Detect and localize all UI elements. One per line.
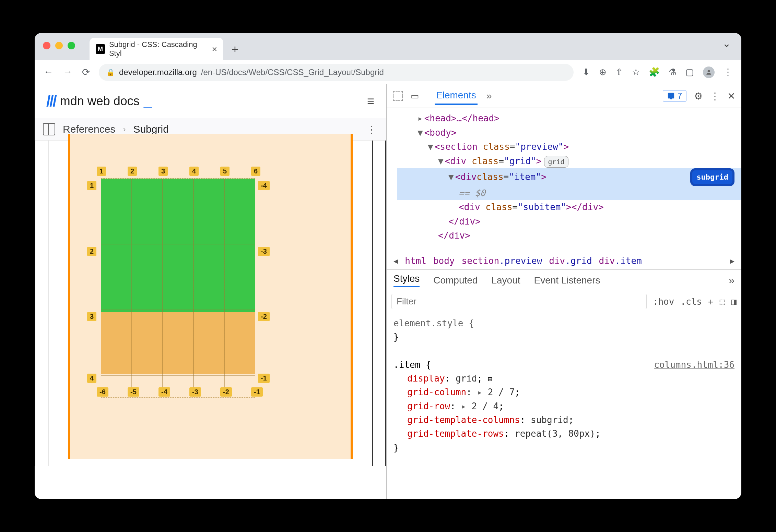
- dom-grid: ▼<div class="grid">grid: [397, 154, 741, 169]
- browser-window: M Subgrid - CSS: Cascading Styl × + ← → …: [35, 33, 741, 499]
- device-toggle-icon[interactable]: ▭: [411, 91, 419, 101]
- tab-strip-area: M Subgrid - CSS: Cascading Styl × +: [35, 33, 741, 60]
- more-subtabs-icon[interactable]: »: [729, 275, 734, 286]
- grid-label-top-3: 3: [158, 167, 168, 176]
- zoom-icon[interactable]: ⊕: [599, 67, 607, 77]
- devtools-tabs: ▭ Elements » 7 ⚙ ⋮ ✕: [387, 84, 741, 108]
- cursor-underscore: _: [144, 93, 152, 110]
- reload-icon[interactable]: ⟳: [82, 66, 90, 78]
- elements-tab[interactable]: Elements: [435, 87, 478, 105]
- mdn-page: /// mdn web docs _ ≡ References › Subgri…: [35, 84, 386, 499]
- path-right-icon[interactable]: ▶: [730, 257, 734, 265]
- styles-body[interactable]: element.style { } .item { columns.html:3…: [387, 312, 741, 499]
- forward-icon[interactable]: →: [63, 66, 72, 78]
- nav-buttons: ← → ⟳: [44, 66, 90, 78]
- traffic-lights: [43, 42, 75, 49]
- dom-selected-marker: == $0: [397, 186, 741, 201]
- hamburger-icon[interactable]: ≡: [367, 94, 374, 108]
- dom-item-selected: ▼<div class="item"> subgrid: [397, 168, 741, 186]
- subgrid-badge[interactable]: subgrid: [690, 168, 734, 186]
- content-area: /// mdn web docs _ ≡ References › Subgri…: [35, 84, 741, 499]
- share-icon[interactable]: ⇧: [615, 67, 623, 77]
- prop-grid-column: grid-column: ▸ 2 / 7;: [393, 385, 734, 399]
- close-devtools-icon[interactable]: ✕: [727, 90, 735, 102]
- tab-title: Subgrid - CSS: Cascading Styl: [109, 40, 208, 58]
- path-left-icon[interactable]: ◀: [393, 257, 398, 265]
- tab-strip: M Subgrid - CSS: Cascading Styl × +: [90, 38, 243, 60]
- grid-label-bottom-4: -3: [189, 387, 201, 397]
- address-bar: ← → ⟳ 🔒 developer.mozilla.org/en-US/docs…: [35, 60, 741, 84]
- breadcrumb-current: Subgrid: [133, 123, 168, 135]
- grid-label-right-2: -3: [258, 247, 270, 256]
- inspect-icon[interactable]: [393, 91, 403, 101]
- grid-label-left-1: 1: [87, 181, 96, 190]
- breadcrumb-separator-icon: ›: [123, 124, 126, 134]
- extensions-icon[interactable]: 🧩: [649, 67, 660, 77]
- tab-list-chevron-icon[interactable]: [723, 42, 730, 51]
- mdn-header: /// mdn web docs _ ≡: [35, 84, 386, 118]
- layout-tab[interactable]: Layout: [491, 275, 520, 286]
- preview-area: 1 2 3 4 5 6 1 2 3 4 -4 -3 -2: [35, 141, 386, 499]
- element-style-open: element.style {: [393, 316, 734, 330]
- bookmark-icon[interactable]: ☆: [632, 67, 640, 77]
- grid-preview: 1 2 3 4 5 6 1 2 3 4 -4 -3 -2: [68, 134, 353, 459]
- flex-icon[interactable]: ⬚: [720, 297, 725, 307]
- sidebar-icon[interactable]: ◨: [731, 297, 737, 307]
- grid-label-bottom-6: -1: [251, 387, 263, 397]
- minimize-window[interactable]: [55, 42, 63, 49]
- prop-grid-row: grid-row: ▸ 2 / 4;: [393, 399, 734, 413]
- filter-row: :hov .cls + ⬚ ◨: [387, 291, 741, 312]
- url-input[interactable]: 🔒 developer.mozilla.org/en-US/docs/Web/C…: [99, 64, 574, 81]
- grid-label-top-5: 5: [220, 167, 230, 176]
- back-icon[interactable]: ←: [44, 66, 53, 78]
- styles-tab[interactable]: Styles: [393, 273, 420, 287]
- dom-head: ▸<head>…</head>: [397, 111, 741, 126]
- settings-icon[interactable]: ⚙: [694, 90, 703, 102]
- maximize-window[interactable]: [68, 42, 75, 49]
- breadcrumb-references[interactable]: References: [63, 123, 115, 135]
- dom-subitem: <div class="subitem"></div>: [397, 200, 741, 215]
- computed-tab[interactable]: Computed: [433, 275, 478, 286]
- logo-text: mdn web docs: [60, 94, 140, 108]
- listeners-tab[interactable]: Event Listeners: [534, 275, 600, 286]
- close-tab-icon[interactable]: ×: [212, 44, 217, 55]
- dom-tree[interactable]: ▸<head>…</head> ▼<body> ▼<section class=…: [387, 108, 741, 252]
- item-rule-close: }: [393, 441, 734, 455]
- menu-icon[interactable]: ⋮: [724, 67, 732, 77]
- prop-display: display: grid;: [393, 372, 734, 385]
- grid-badge[interactable]: grid: [544, 156, 568, 168]
- labs-icon[interactable]: ⚗: [669, 67, 677, 77]
- dom-grid-close: </div>: [397, 229, 741, 243]
- grid-label-right-1: -4: [258, 181, 270, 190]
- element-style-close: }: [393, 330, 734, 344]
- more-tabs-icon[interactable]: »: [485, 88, 493, 104]
- prop-gtr: grid-template-rows: repeat(3, 80px);: [393, 427, 734, 440]
- grid-editor-icon[interactable]: [488, 373, 492, 384]
- issues-badge[interactable]: 7: [663, 90, 686, 102]
- browser-tab[interactable]: M Subgrid - CSS: Cascading Styl ×: [90, 38, 223, 60]
- hov-toggle[interactable]: :hov: [653, 297, 674, 307]
- profile-avatar[interactable]: [703, 66, 715, 78]
- cls-toggle[interactable]: .cls: [680, 297, 702, 307]
- item-box: [101, 312, 255, 374]
- close-window[interactable]: [43, 42, 50, 49]
- svg-point-0: [708, 70, 710, 72]
- install-icon[interactable]: ⬇: [583, 67, 590, 77]
- sidepanel-icon[interactable]: ▢: [685, 67, 694, 77]
- page-actions-icon[interactable]: ⋮: [366, 123, 378, 135]
- grid-label-right-3: -2: [258, 312, 270, 321]
- dom-path[interactable]: ◀ html body section.preview div.grid div…: [387, 252, 741, 270]
- new-tab-button[interactable]: +: [227, 40, 243, 58]
- styles-filter-input[interactable]: [391, 294, 647, 309]
- mdn-logo[interactable]: /// mdn web docs _: [46, 93, 152, 110]
- issues-count: 7: [678, 91, 682, 101]
- grid-label-top-1: 1: [97, 167, 106, 176]
- source-link[interactable]: columns.html:36: [654, 358, 734, 372]
- devtools-menu-icon[interactable]: ⋮: [710, 90, 720, 102]
- devtools-panel: ▭ Elements » 7 ⚙ ⋮ ✕ ▸<head>…</head> ▼<b…: [386, 84, 741, 499]
- dom-item-close: </div>: [397, 215, 741, 229]
- mdn-glyph-icon: ///: [46, 93, 56, 110]
- new-rule-icon[interactable]: +: [708, 297, 714, 307]
- sidebar-toggle-icon[interactable]: [43, 123, 55, 135]
- grid-label-left-2: 2: [87, 247, 96, 256]
